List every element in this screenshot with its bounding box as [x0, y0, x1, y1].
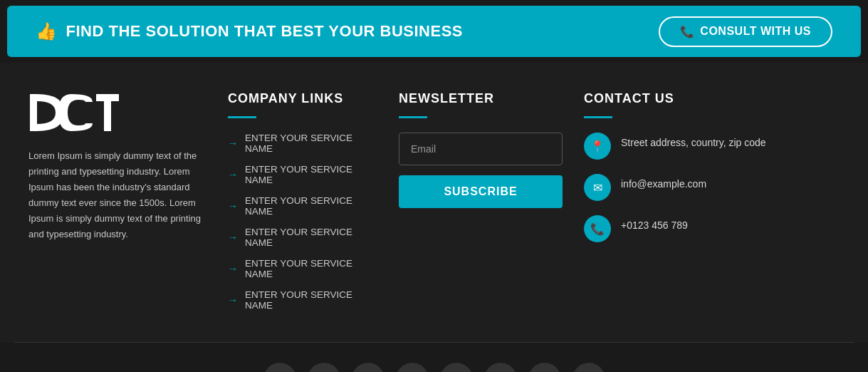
arrow-icon: →	[228, 263, 238, 274]
top-banner: 👍 FIND THE SOLUTION THAT BEST YOUR BUSIN…	[7, 6, 861, 57]
company-links-column: COMPANY LINKS → ENTER YOUR SERVICE NAME …	[228, 91, 399, 321]
logo-description: Lorem Ipsum is simply dummy text of the …	[28, 148, 206, 243]
arrow-icon: →	[228, 232, 238, 243]
subscribe-button[interactable]: SUBSCRIBE	[399, 175, 563, 208]
youtube-icon[interactable]: ▶	[528, 363, 561, 372]
arrow-icon: →	[228, 294, 238, 306]
arrow-icon: →	[228, 138, 238, 149]
twitter-icon[interactable]: ✕	[308, 363, 340, 372]
consult-button[interactable]: 📞 CONSULT WITH US	[659, 16, 832, 47]
link-label: ENTER YOUR SERVICE NAME	[245, 258, 377, 279]
email-icon: ✉	[584, 174, 611, 201]
linkedin-icon[interactable]: in	[396, 363, 429, 372]
svg-rect-2	[104, 101, 111, 131]
newsletter-underline	[399, 116, 427, 118]
link-label: ENTER YOUR SERVICE NAME	[245, 164, 377, 185]
share-icon[interactable]: ⊕	[484, 363, 517, 372]
arrow-icon: →	[228, 200, 238, 212]
arrow-icon: →	[228, 169, 238, 180]
list-item[interactable]: → ENTER YOUR SERVICE NAME	[228, 258, 377, 279]
list-item[interactable]: → ENTER YOUR SERVICE NAME	[228, 164, 377, 185]
rss-icon[interactable]: ⌘	[572, 363, 605, 372]
contact-underline	[584, 116, 612, 118]
consult-button-label: CONSULT WITH US	[700, 25, 811, 38]
contact-address: Street address, country, zip code	[621, 133, 766, 150]
location-icon: 📍	[584, 133, 611, 160]
subscribe-label: SUBSCRIBE	[444, 185, 517, 197]
company-links-underline	[228, 116, 256, 118]
company-links-title: COMPANY LINKS	[228, 91, 377, 106]
banner-text: 👍 FIND THE SOLUTION THAT BEST YOUR BUSIN…	[36, 21, 463, 41]
list-item[interactable]: → ENTER YOUR SERVICE NAME	[228, 195, 377, 217]
link-label: ENTER YOUR SERVICE NAME	[245, 133, 377, 154]
instagram-icon[interactable]: ◎	[352, 363, 385, 372]
contact-phone: +0123 456 789	[621, 215, 688, 233]
contact-title: CONTACT US	[584, 91, 840, 106]
svg-rect-0	[30, 94, 37, 131]
social-bar: f ✕ ◎ in t ⊕ ▶ ⌘	[0, 343, 868, 372]
footer-main: Lorem Ipsum is simply dummy text of the …	[0, 63, 868, 342]
logo-box	[28, 91, 206, 134]
logo-column: Lorem Ipsum is simply dummy text of the …	[28, 91, 228, 321]
thumbs-up-icon: 👍	[36, 21, 58, 41]
link-label: ENTER YOUR SERVICE NAME	[245, 227, 377, 248]
company-links-list: → ENTER YOUR SERVICE NAME → ENTER YOUR S…	[228, 133, 377, 311]
banner-headline: FIND THE SOLUTION THAT BEST YOUR BUSINES…	[66, 22, 464, 41]
newsletter-title: NEWSLETTER	[399, 91, 563, 106]
link-label: ENTER YOUR SERVICE NAME	[245, 195, 377, 217]
facebook-icon[interactable]: f	[263, 363, 296, 372]
list-item[interactable]: → ENTER YOUR SERVICE NAME	[228, 227, 377, 248]
contact-phone-item: 📞 +0123 456 789	[584, 215, 840, 242]
link-label: ENTER YOUR SERVICE NAME	[245, 289, 377, 311]
phone-icon: 📞	[680, 25, 695, 38]
contact-address-item: 📍 Street address, country, zip code	[584, 133, 840, 160]
newsletter-column: NEWSLETTER SUBSCRIBE	[399, 91, 584, 321]
svg-rect-1	[96, 94, 119, 101]
list-item[interactable]: → ENTER YOUR SERVICE NAME	[228, 289, 377, 311]
contact-column: CONTACT US 📍 Street address, country, zi…	[584, 91, 840, 321]
contact-email-item: ✉ info@example.com	[584, 174, 840, 201]
contact-email: info@example.com	[621, 174, 706, 192]
email-input[interactable]	[399, 133, 563, 165]
list-item[interactable]: → ENTER YOUR SERVICE NAME	[228, 133, 377, 154]
phone-icon: 📞	[584, 215, 611, 242]
dct-logo	[28, 91, 121, 134]
tumblr-icon[interactable]: t	[440, 363, 473, 372]
